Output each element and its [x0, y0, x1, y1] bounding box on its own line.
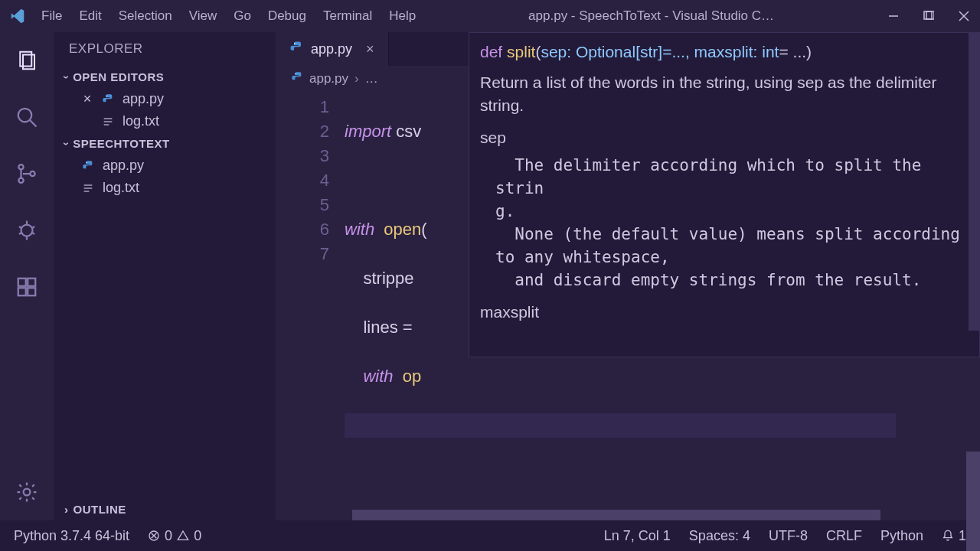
chevron-right-icon: › [354, 71, 359, 86]
open-editors-header[interactable]: › OPEN EDITORS [54, 66, 276, 88]
outline-label: OUTLINE [74, 503, 126, 516]
window-title: app.py - SpeechToText - Visual Studio C… [416, 8, 887, 24]
status-eol[interactable]: CRLF [826, 528, 862, 544]
status-notifications[interactable]: 1 [942, 528, 966, 544]
sidebar-explorer: EXPLORER › OPEN EDITORS × app.py log.txt… [54, 32, 276, 520]
svg-rect-22 [28, 279, 35, 286]
tab-app-py[interactable]: app.py × [276, 32, 389, 66]
menu-bar: File Edit Selection View Go Debug Termin… [41, 8, 416, 24]
sidebar-title: EXPLORER [54, 32, 276, 66]
open-editor-item[interactable]: log.txt [54, 110, 276, 132]
horizontal-scrollbar[interactable] [352, 510, 880, 520]
param-maxsplit: maxsplit [480, 301, 969, 324]
activity-bar [0, 32, 54, 520]
settings-gear-icon[interactable] [14, 479, 40, 505]
extensions-icon[interactable] [14, 274, 40, 300]
status-spaces[interactable]: Spaces: 4 [689, 528, 750, 544]
tab-label: app.py [311, 41, 352, 57]
svg-point-28 [86, 161, 87, 162]
line-gutter: 1 2 3 4 5 6 7 [276, 92, 345, 520]
menu-terminal[interactable]: Terminal [323, 8, 372, 24]
menu-go[interactable]: Go [234, 8, 251, 24]
outline-header[interactable]: › OUTLINE [54, 498, 276, 520]
chevron-down-icon: › [60, 142, 73, 145]
breadcrumb-file: app.py [309, 71, 348, 86]
menu-edit[interactable]: Edit [79, 8, 101, 24]
menu-help[interactable]: Help [389, 8, 416, 24]
source-control-icon[interactable] [14, 161, 40, 187]
python-file-icon [81, 159, 95, 173]
status-cursor[interactable]: Ln 7, Col 1 [604, 528, 671, 544]
status-language[interactable]: Python [880, 528, 923, 544]
window-controls [887, 9, 971, 23]
status-encoding[interactable]: UTF-8 [769, 528, 808, 544]
hover-doc: Return a list of the words in the string… [480, 71, 969, 117]
open-editor-item[interactable]: × app.py [54, 88, 276, 110]
svg-point-23 [24, 489, 31, 496]
python-file-icon [289, 41, 303, 58]
vscode-logo-icon [9, 8, 26, 24]
svg-point-35 [295, 73, 296, 73]
svg-line-8 [30, 120, 37, 127]
close-icon[interactable] [957, 9, 971, 23]
file-name: app.py [103, 158, 144, 174]
chevron-down-icon: › [60, 75, 73, 79]
folder-label: SPEECHTOTEXT [73, 137, 170, 150]
menu-selection[interactable]: Selection [119, 8, 172, 24]
svg-rect-1 [924, 11, 932, 19]
vertical-scrollbar[interactable] [966, 452, 980, 551]
file-name: app.py [122, 91, 164, 107]
svg-rect-19 [18, 279, 26, 286]
file-name: log.txt [103, 180, 139, 196]
chevron-right-icon: › [64, 503, 69, 516]
param-sep: sep The delimiter according which to spl… [480, 126, 969, 292]
tab-close-icon[interactable]: × [366, 41, 374, 57]
svg-rect-20 [18, 288, 26, 295]
explorer-icon[interactable] [14, 47, 40, 73]
menu-file[interactable]: File [41, 8, 62, 24]
title-bar: File Edit Selection View Go Debug Termin… [0, 0, 980, 32]
svg-rect-21 [28, 288, 35, 295]
text-file-icon [81, 181, 95, 195]
python-file-icon [101, 93, 115, 106]
svg-point-12 [21, 225, 33, 236]
maximize-icon[interactable] [922, 9, 936, 23]
debug-icon[interactable] [14, 217, 40, 243]
folder-file-item[interactable]: app.py [54, 155, 276, 177]
signature-help-tooltip: def split(sep: Optional[str]=..., maxspl… [469, 32, 980, 357]
status-python-version[interactable]: Python 3.7.4 64-bit [14, 528, 129, 544]
folder-header[interactable]: › SPEECHTOTEXT [54, 132, 276, 155]
folder-file-item[interactable]: log.txt [54, 177, 276, 199]
svg-point-9 [18, 165, 23, 169]
status-problems[interactable]: 0 0 [148, 528, 201, 544]
svg-point-24 [106, 95, 106, 96]
svg-point-11 [30, 171, 34, 176]
menu-debug[interactable]: Debug [268, 8, 306, 24]
menu-view[interactable]: View [189, 8, 217, 24]
breadcrumb-rest: … [365, 71, 378, 86]
close-editor-icon[interactable]: × [81, 91, 93, 107]
open-editors-label: OPEN EDITORS [73, 70, 164, 83]
search-icon[interactable] [14, 104, 40, 130]
status-bar: Python 3.7.4 64-bit 0 0 Ln 7, Col 1 Spac… [0, 520, 980, 551]
minimize-icon[interactable] [887, 9, 900, 23]
svg-point-7 [18, 109, 32, 122]
svg-point-32 [294, 43, 296, 44]
svg-point-10 [18, 178, 23, 183]
python-file-icon [291, 71, 303, 87]
tooltip-scrollbar[interactable] [969, 33, 979, 331]
signature-line: def split(sep: Optional[str]=..., maxspl… [480, 41, 969, 64]
text-file-icon [101, 115, 115, 129]
file-name: log.txt [122, 113, 159, 129]
svg-rect-2 [926, 11, 934, 19]
